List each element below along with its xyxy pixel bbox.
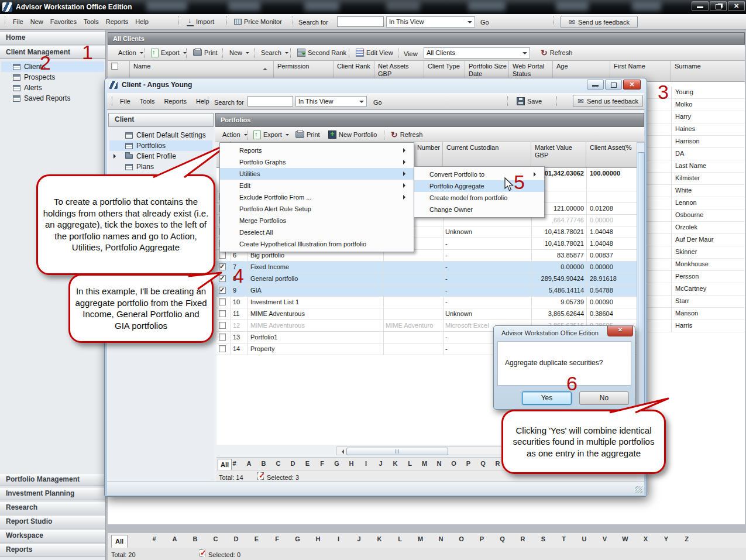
resize-grip[interactable] bbox=[635, 486, 642, 493]
action-menu-item[interactable]: Create Hypothetical Illustration from po… bbox=[220, 238, 414, 250]
sidebar-section[interactable]: Investment Planning bbox=[0, 487, 105, 500]
menu-item[interactable]: New bbox=[27, 14, 47, 29]
alphabet-letter[interactable]: R bbox=[513, 535, 533, 542]
alphabet-letter[interactable]: D bbox=[286, 460, 300, 467]
minimize-button[interactable] bbox=[692, 1, 709, 11]
alphabet-letter[interactable]: V bbox=[594, 535, 615, 542]
alphabet-letter[interactable]: Z bbox=[676, 535, 697, 542]
alphabet-letter[interactable]: F bbox=[315, 460, 329, 467]
new-button[interactable]: New bbox=[227, 47, 252, 59]
alphabet-letter[interactable]: B bbox=[185, 535, 205, 542]
alphabet-letter[interactable]: L bbox=[390, 535, 410, 542]
alphabet-letter[interactable]: Q bbox=[492, 535, 513, 542]
send-feedback-button[interactable]: Send us feedback bbox=[573, 95, 643, 107]
client-nav-item[interactable]: Client Profile bbox=[109, 151, 212, 162]
vertical-scrollbar[interactable] bbox=[637, 142, 645, 445]
alphabet-letter[interactable]: T bbox=[554, 535, 574, 542]
sidebar-section[interactable]: Workspace bbox=[0, 529, 105, 542]
portfolio-row[interactable]: 7 Fixed Income - 0.00000 0.00000 bbox=[216, 262, 637, 273]
alphabet-letter[interactable]: D bbox=[226, 535, 246, 542]
menu-item[interactable]: Reports bbox=[159, 94, 191, 109]
go-button[interactable]: Go bbox=[480, 17, 489, 28]
menu-item[interactable]: Help bbox=[191, 94, 214, 109]
alphabet-letter[interactable]: C bbox=[271, 460, 286, 467]
action-menu-item[interactable]: Portfolio Graphs bbox=[220, 156, 414, 168]
scroll-left-icon[interactable] bbox=[339, 449, 344, 454]
edit-view-button[interactable]: Edit View bbox=[353, 47, 396, 59]
portfolio-row[interactable]: 11 MIME Adventurous Unknown 3,865.62644 … bbox=[216, 308, 637, 320]
alphabet-letter[interactable]: M bbox=[417, 460, 432, 467]
restore-button[interactable] bbox=[710, 1, 727, 11]
import-button[interactable]: Import bbox=[184, 16, 216, 28]
action-button[interactable]: Action bbox=[116, 47, 146, 59]
child-search-scope-dropdown[interactable]: In This View bbox=[295, 96, 367, 106]
alphabet-letter[interactable]: I bbox=[359, 460, 373, 467]
sidebar-section[interactable]: Reports bbox=[0, 543, 105, 556]
search-scope-dropdown[interactable]: In This View bbox=[386, 16, 475, 28]
portfolio-row[interactable]: 8 General portfolio - 289,549.90424 28.9… bbox=[216, 273, 637, 285]
scrollbar-thumb[interactable] bbox=[346, 448, 448, 455]
action-menu-item[interactable]: Exclude Portfolio From ... bbox=[220, 191, 414, 203]
alphabet-letter[interactable]: O bbox=[446, 460, 461, 467]
price-monitor-button[interactable]: Price Monitor bbox=[232, 16, 284, 28]
print-button[interactable]: Print bbox=[191, 47, 220, 59]
print-button[interactable]: Print bbox=[293, 129, 322, 140]
go-button[interactable]: Go bbox=[373, 97, 382, 108]
sidebar-section[interactable]: Portfolio Management bbox=[0, 473, 105, 486]
sidebar-item[interactable]: Saved Reports bbox=[1, 93, 104, 104]
alphabet-letter[interactable]: J bbox=[349, 535, 369, 542]
submenu-item[interactable]: Change Owner bbox=[414, 204, 544, 215]
second-rank-button[interactable]: Second Rank bbox=[295, 47, 349, 59]
alphabet-letter[interactable]: P bbox=[472, 535, 492, 542]
export-button[interactable]: Export bbox=[251, 129, 291, 140]
scrollbar-thumb[interactable] bbox=[638, 152, 645, 436]
row-checkbox[interactable] bbox=[219, 345, 226, 352]
menu-item[interactable]: Tools bbox=[80, 14, 102, 29]
checkbox-icon[interactable] bbox=[111, 63, 118, 70]
menu-item[interactable]: File bbox=[9, 14, 27, 29]
refresh-button[interactable]: Refresh bbox=[389, 129, 425, 140]
action-menu-item[interactable]: Portfolio Alert Rule Setup bbox=[220, 203, 414, 215]
row-checkbox[interactable] bbox=[219, 287, 226, 294]
alphabet-letter[interactable]: E bbox=[300, 460, 315, 467]
alphabet-letter[interactable]: I bbox=[328, 535, 349, 542]
alphabet-letter[interactable]: P bbox=[461, 460, 476, 467]
close-button[interactable] bbox=[728, 1, 745, 11]
portfolio-row[interactable]: 10 Investment List 1 - 9.05739 0.00090 bbox=[216, 297, 637, 308]
submenu-item[interactable]: Create model from portfolio bbox=[414, 192, 544, 204]
no-button[interactable]: No bbox=[579, 391, 629, 405]
alphabet-letter[interactable]: J bbox=[373, 460, 388, 467]
alphabet-letter[interactable]: O bbox=[451, 535, 472, 542]
alphabet-letter[interactable]: A bbox=[242, 460, 256, 467]
alphabet-letter[interactable]: L bbox=[403, 460, 417, 467]
client-nav-item[interactable]: Client Default Settings bbox=[109, 130, 212, 140]
yes-button[interactable]: Yes bbox=[522, 391, 572, 405]
alphabet-letter[interactable]: G bbox=[287, 535, 308, 542]
child-minimize-button[interactable] bbox=[587, 80, 604, 90]
row-checkbox[interactable] bbox=[219, 334, 226, 341]
menu-item[interactable]: Reports bbox=[102, 14, 132, 29]
submenu-item[interactable]: Convert Portfolio to bbox=[414, 169, 544, 180]
alphabet-letter[interactable]: N bbox=[431, 535, 451, 542]
action-button[interactable]: Action bbox=[220, 129, 250, 140]
action-menu-item[interactable]: Merge Portfolios bbox=[220, 215, 414, 226]
alphabet-letter[interactable]: W bbox=[615, 535, 635, 542]
search-input[interactable] bbox=[337, 16, 384, 27]
alphabet-letter[interactable]: F bbox=[267, 535, 287, 542]
child-close-button[interactable] bbox=[623, 80, 641, 90]
alphabet-letter[interactable]: M bbox=[410, 535, 431, 542]
action-menu-item[interactable]: Reports bbox=[220, 145, 414, 156]
action-menu-item[interactable]: Utilities bbox=[220, 168, 414, 180]
menu-item[interactable]: File bbox=[115, 94, 135, 109]
alphabet-letter[interactable]: N bbox=[432, 460, 446, 467]
save-button[interactable]: Save bbox=[514, 95, 544, 107]
row-checkbox[interactable] bbox=[219, 275, 226, 282]
alphabet-letter[interactable]: # bbox=[227, 460, 242, 467]
send-feedback-button[interactable]: Send us feedback bbox=[561, 16, 638, 28]
client-nav-item[interactable]: Portfolios bbox=[109, 140, 212, 151]
client-nav-item[interactable]: Plans bbox=[109, 162, 212, 172]
row-checkbox[interactable] bbox=[219, 298, 226, 305]
alphabet-letter[interactable]: A bbox=[164, 535, 185, 542]
view-dropdown[interactable]: All Clients bbox=[424, 47, 530, 59]
dialog-close-button[interactable] bbox=[607, 326, 633, 336]
